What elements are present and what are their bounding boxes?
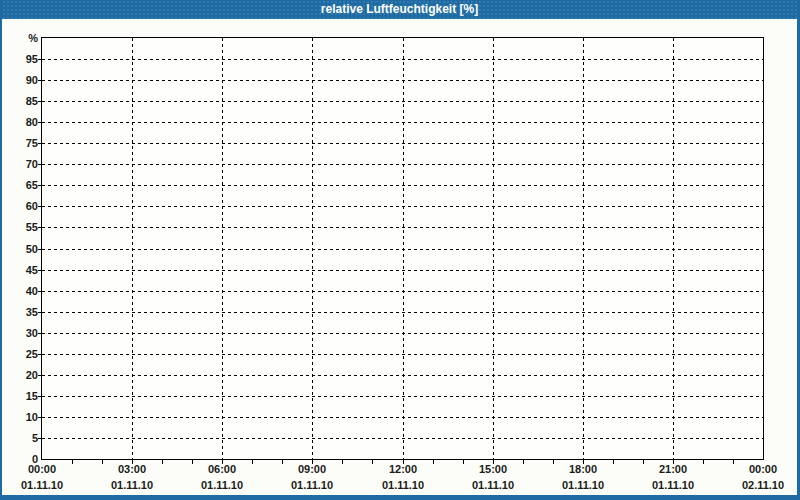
x-tick-time-label: 15:00 (448, 463, 538, 476)
y-tick-label: 80 (2, 116, 38, 129)
y-axis-tick (38, 185, 41, 186)
y-axis-tick (38, 227, 41, 228)
v-gridline (493, 38, 494, 459)
y-tick-label: 95 (2, 53, 38, 66)
y-axis-tick (38, 333, 41, 334)
v-gridline (222, 38, 223, 459)
y-axis-tick (38, 206, 41, 207)
x-tick-date-label: 02.11.10 (718, 479, 800, 492)
plot-area (41, 37, 764, 460)
y-tick-label: 85 (2, 95, 38, 108)
x-tick-date-label: 01.11.10 (358, 479, 448, 492)
x-tick-time-label: 00:00 (718, 463, 800, 476)
x-tick-date-label: 01.11.10 (628, 479, 718, 492)
v-gridline (132, 38, 133, 459)
x-tick-date-label: 01.11.10 (0, 479, 87, 492)
y-tick-label: 60 (2, 200, 38, 213)
x-tick-time-label: 21:00 (628, 463, 718, 476)
x-tick-time-label: 00:00 (0, 463, 87, 476)
y-tick-label: 10 (2, 411, 38, 424)
y-tick-label: 35 (2, 306, 38, 319)
chart-title-bar: relative Luftfeuchtigkeit [%] (2, 0, 797, 19)
y-tick-label: 45 (2, 264, 38, 277)
y-axis-tick (38, 396, 41, 397)
y-tick-label: 90 (2, 74, 38, 87)
y-tick-label: 20 (2, 369, 38, 382)
y-axis-tick (38, 80, 41, 81)
y-tick-label: 70 (2, 158, 38, 171)
y-tick-label: 55 (2, 221, 38, 234)
x-tick-time-label: 18:00 (538, 463, 628, 476)
y-tick-label: 65 (2, 179, 38, 192)
x-tick-time-label: 06:00 (177, 463, 267, 476)
x-tick-date-label: 01.11.10 (267, 479, 357, 492)
y-axis-tick (38, 143, 41, 144)
y-axis-tick (38, 249, 41, 250)
chart-window: relative Luftfeuchtigkeit [%] 0510152025… (0, 0, 800, 500)
x-tick-time-label: 09:00 (267, 463, 357, 476)
y-tick-label: 75 (2, 137, 38, 150)
x-tick-time-label: 12:00 (358, 463, 448, 476)
y-tick-label: 25 (2, 348, 38, 361)
y-tick-label: 15 (2, 390, 38, 403)
y-tick-label: 50 (2, 243, 38, 256)
y-axis-tick (38, 417, 41, 418)
chart-title: relative Luftfeuchtigkeit [%] (321, 2, 478, 16)
y-axis-tick (38, 101, 41, 102)
y-axis-tick (38, 354, 41, 355)
y-axis-tick (38, 59, 41, 60)
x-tick-time-label: 03:00 (87, 463, 177, 476)
y-axis-tick (38, 122, 41, 123)
x-tick-date-label: 01.11.10 (87, 479, 177, 492)
y-tick-label: 30 (2, 327, 38, 340)
v-gridline (403, 38, 404, 459)
y-axis-tick (38, 164, 41, 165)
y-axis-tick (38, 312, 41, 313)
y-tick-label: 5 (2, 432, 38, 445)
y-tick-label: 40 (2, 285, 38, 298)
v-gridline (583, 38, 584, 459)
y-axis-tick (38, 291, 41, 292)
x-tick-date-label: 01.11.10 (538, 479, 628, 492)
x-tick-date-label: 01.11.10 (448, 479, 538, 492)
y-axis-unit-label: % (2, 32, 38, 45)
x-tick-date-label: 01.11.10 (177, 479, 267, 492)
v-gridline (312, 38, 313, 459)
y-axis-tick (38, 375, 41, 376)
y-axis-tick (38, 438, 41, 439)
v-gridline (673, 38, 674, 459)
y-axis-tick (38, 270, 41, 271)
